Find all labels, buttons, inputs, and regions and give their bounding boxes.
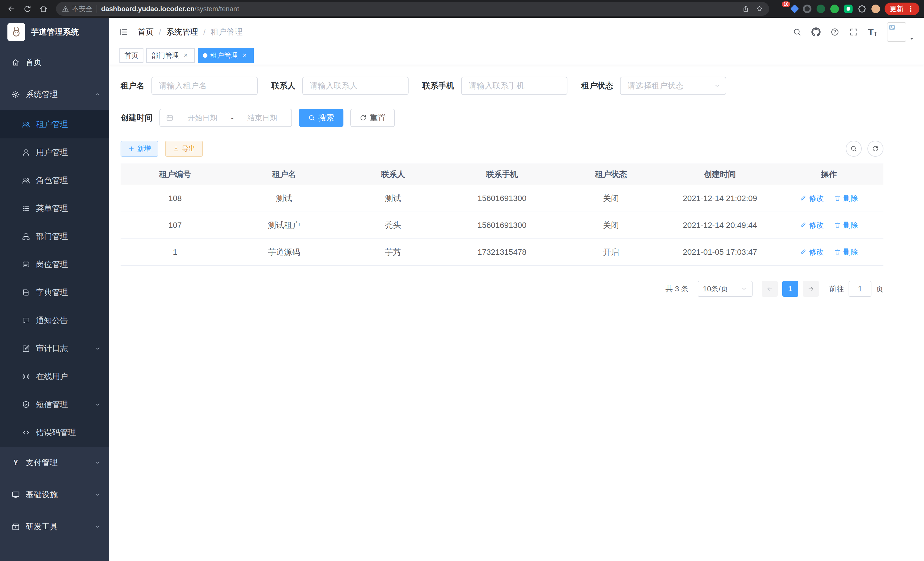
table-toolbar: 新增 导出 (121, 141, 884, 157)
security-chip[interactable]: 不安全 (62, 4, 93, 14)
sidebar-group-infra[interactable]: 基础设施 (0, 479, 109, 511)
sidebar-item-dict[interactable]: 字典管理 (0, 278, 109, 307)
update-label: 更新 (890, 4, 903, 14)
url-host: dashboard.yudao.iocoder.cn (101, 5, 195, 13)
chevron-down-icon (94, 523, 101, 530)
extension-icon-3[interactable] (803, 5, 812, 13)
chat-bubble-icon (22, 316, 30, 325)
breadcrumb-current: 租户管理 (211, 27, 243, 38)
cell-actions: 修改 删除 (775, 185, 884, 212)
pencil-icon (800, 248, 807, 255)
sidebar-item-post[interactable]: 岗位管理 (0, 250, 109, 278)
address-bar[interactable]: 不安全 dashboard.yudao.iocoder.cn/system/te… (56, 2, 769, 16)
extensions-puzzle-icon[interactable] (858, 5, 866, 13)
page-content: 租户名 联系人 联系手机 租户状态 请选择租户状态 (109, 65, 924, 561)
delete-link[interactable]: 删除 (834, 193, 858, 203)
phone-input[interactable] (461, 77, 567, 95)
sidebar-item-label: 系统管理 (26, 89, 58, 100)
cell-actions: 修改 删除 (775, 212, 884, 239)
breadcrumb-home[interactable]: 首页 (138, 27, 154, 38)
date-separator: - (231, 114, 234, 122)
page-size-select[interactable]: 10条/页 (698, 281, 753, 297)
sidebar-group-system[interactable]: 系统管理 (0, 78, 109, 110)
page-number-1[interactable]: 1 (782, 281, 798, 297)
app-title: 芋道管理系统 (31, 27, 79, 38)
close-icon[interactable]: × (182, 51, 190, 59)
contact-input[interactable] (302, 77, 409, 95)
reset-button[interactable]: 重置 (350, 109, 395, 127)
profile-avatar-icon[interactable] (872, 5, 880, 13)
cell-created: 2021-12-14 21:02:09 (665, 185, 774, 212)
broken-image-icon (887, 22, 906, 42)
kebab-menu-icon[interactable]: ⋮ (907, 5, 914, 13)
delete-link[interactable]: 删除 (834, 220, 858, 230)
edit-note-icon (22, 344, 30, 353)
sidebar-item-label: 首页 (26, 57, 42, 68)
fullscreen-icon[interactable] (849, 27, 858, 37)
extension-icon-5[interactable] (830, 5, 839, 13)
sidebar-item-role[interactable]: 角色管理 (0, 166, 109, 194)
extension-icon-2[interactable] (790, 4, 799, 13)
app-logo[interactable]: 芋道管理系统 (0, 18, 109, 46)
date-range-picker[interactable]: 开始日期 - 结束日期 (159, 109, 292, 127)
table-row: 108 测试 测试 15601691300 关闭 2021-12-14 21:0… (121, 185, 884, 212)
sidebar-item-dept[interactable]: 部门管理 (0, 223, 109, 250)
system-submenu: 租户管理 用户管理 角色管理 菜单管理 部门管理 岗位管理 (0, 110, 109, 447)
browser-update-button[interactable]: 更新 ⋮ (885, 3, 920, 15)
extension-icon-6[interactable] (844, 5, 853, 13)
tab-home[interactable]: 首页 (119, 48, 143, 63)
refresh-table-button[interactable] (867, 141, 884, 157)
extension-icon-1[interactable]: 10 (777, 4, 786, 14)
bookmark-star-icon[interactable] (755, 5, 764, 13)
toggle-search-button[interactable] (846, 141, 862, 157)
tags-view-bar: 首页 部门管理 × 租户管理 × (109, 46, 924, 65)
sidebar-group-payment[interactable]: ¥ 支付管理 (0, 447, 109, 479)
logo-image (8, 23, 25, 41)
browser-home-button[interactable] (37, 2, 50, 16)
search-icon[interactable] (793, 27, 802, 37)
goto-page-input[interactable] (849, 281, 872, 297)
delete-link[interactable]: 删除 (834, 247, 858, 257)
cell-actions: 修改 删除 (775, 239, 884, 266)
close-icon[interactable]: × (241, 51, 249, 59)
edit-link[interactable]: 修改 (800, 220, 824, 230)
refresh-icon (359, 114, 367, 122)
sidebar-item-menu[interactable]: 菜单管理 (0, 194, 109, 223)
sidebar-item-online-users[interactable]: 在线用户 (0, 362, 109, 391)
sidebar-group-devtools[interactable]: 研发工具 (0, 511, 109, 543)
sidebar-group-audit-log[interactable]: 审计日志 (0, 335, 109, 362)
tab-tenant[interactable]: 租户管理 × (198, 48, 254, 63)
edit-link[interactable]: 修改 (800, 193, 824, 203)
extension-icon-4[interactable] (817, 5, 825, 13)
add-button[interactable]: 新增 (121, 141, 158, 157)
sidebar-group-sms[interactable]: 短信管理 (0, 391, 109, 419)
sidebar-item-notice[interactable]: 通知公告 (0, 307, 109, 335)
prev-page-button[interactable] (762, 281, 778, 297)
share-icon[interactable] (742, 5, 750, 13)
col-actions: 操作 (775, 164, 884, 185)
font-size-icon[interactable]: TT (868, 27, 877, 37)
navbar-actions: TT (793, 22, 915, 42)
edit-link[interactable]: 修改 (800, 247, 824, 257)
date-end-placeholder: 结束日期 (238, 113, 286, 123)
export-button[interactable]: 导出 (165, 141, 203, 157)
help-icon[interactable] (830, 27, 839, 37)
sidebar-item-error-code[interactable]: 错误码管理 (0, 419, 109, 447)
browser-reload-button[interactable] (21, 2, 34, 16)
browser-back-button[interactable] (4, 2, 18, 16)
sidebar-item-tenant[interactable]: 租户管理 (0, 110, 109, 138)
search-button[interactable]: 搜索 (299, 109, 344, 127)
chevron-down-icon (94, 459, 101, 466)
next-page-button[interactable] (803, 281, 819, 297)
user-avatar[interactable] (887, 22, 915, 42)
github-icon[interactable] (812, 27, 820, 37)
breadcrumb-system[interactable]: 系统管理 (166, 27, 198, 38)
sidebar-item-home[interactable]: 首页 (0, 46, 109, 78)
status-select[interactable]: 请选择租户状态 (620, 77, 726, 95)
chevron-up-icon (94, 91, 101, 98)
tab-dept[interactable]: 部门管理 × (146, 48, 195, 63)
tenant-name-input[interactable] (152, 77, 258, 95)
sidebar-item-user[interactable]: 用户管理 (0, 138, 109, 166)
table-header-row: 租户编号 租户名 联系人 联系手机 租户状态 创建时间 操作 (121, 164, 884, 185)
collapse-sidebar-icon[interactable] (118, 27, 129, 37)
